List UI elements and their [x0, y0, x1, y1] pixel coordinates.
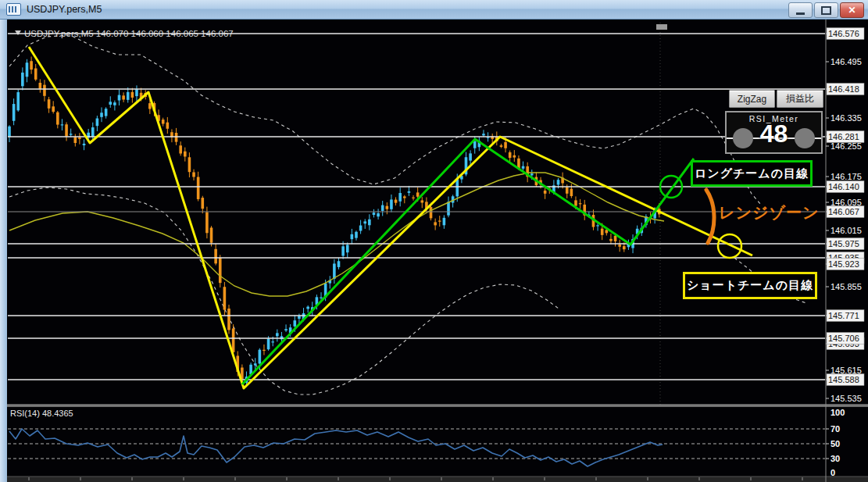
- window-left-border: [0, 19, 7, 482]
- svg-text:50: 50: [830, 439, 840, 448]
- svg-text:145.771: 145.771: [828, 311, 859, 320]
- short-team-label[interactable]: ショートチームの目線: [683, 272, 817, 299]
- mt4-chart-window: USDJPY.pers,M5 146.070 146.060 146.065 1…: [0, 0, 868, 482]
- svg-text:145.923: 145.923: [828, 259, 859, 269]
- svg-text:146.495: 146.495: [830, 57, 862, 66]
- rsi-indicator-label: RSI(14) 48.4365: [10, 409, 73, 418]
- svg-text:146.095: 146.095: [830, 198, 862, 207]
- zigzag-button[interactable]: ZigZag: [729, 90, 775, 108]
- svg-text:146.067: 146.067: [828, 207, 859, 216]
- window-title: USDJPY.pers,M5: [27, 4, 102, 15]
- range-zone-label[interactable]: レンジゾーン: [719, 202, 819, 223]
- close-icon: ✕: [848, 5, 855, 16]
- long-team-label[interactable]: ロングチームの目線: [691, 160, 813, 187]
- svg-text:145.855: 145.855: [830, 282, 862, 291]
- svg-text:30: 30: [830, 454, 840, 463]
- svg-text:146.175: 146.175: [830, 172, 862, 181]
- profit-ratio-button[interactable]: 損益比: [777, 90, 823, 108]
- svg-text:145.975: 145.975: [828, 239, 859, 248]
- minimize-icon: [796, 12, 805, 15]
- window-titlebar[interactable]: USDJPY.pers,M5 ✕: [0, 0, 868, 20]
- svg-text:0: 0: [830, 468, 835, 477]
- svg-text:145.588: 145.588: [828, 375, 859, 384]
- price-chart-canvas[interactable]: USDJPY.pers,M5 146.070 146.060 146.065 1…: [0, 0, 868, 482]
- close-button[interactable]: ✕: [840, 2, 864, 18]
- svg-text:146.140: 146.140: [828, 182, 859, 191]
- svg-text:146.418: 146.418: [828, 84, 859, 94]
- rsi-meter-panel[interactable]: RSI_Meter 48: [725, 111, 823, 154]
- svg-text:145.615: 145.615: [830, 366, 862, 375]
- svg-text:145.535: 145.535: [830, 394, 862, 403]
- chart-window-icon: [6, 3, 21, 16]
- svg-text:70: 70: [830, 424, 840, 434]
- rsi-meter-value: 48: [727, 120, 821, 148]
- svg-text:100: 100: [830, 408, 845, 417]
- svg-text:146.255: 146.255: [830, 141, 862, 151]
- minimize-button[interactable]: [788, 2, 813, 18]
- svg-text:146.576: 146.576: [828, 29, 859, 38]
- restore-button[interactable]: [814, 2, 838, 18]
- svg-text:146.335: 146.335: [830, 113, 862, 123]
- svg-text:145.706: 145.706: [828, 334, 859, 343]
- svg-text:146.015: 146.015: [830, 226, 862, 235]
- restore-icon: [821, 6, 831, 15]
- svg-text:146.281: 146.281: [828, 132, 859, 141]
